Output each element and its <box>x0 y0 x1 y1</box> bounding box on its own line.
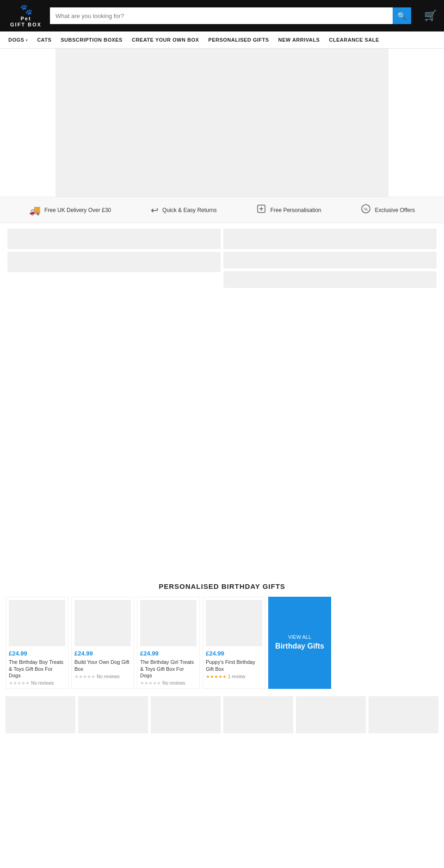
search-area: 🔍 <box>50 7 411 24</box>
category-card-4[interactable] <box>223 252 437 269</box>
returns-icon: ↩ <box>151 205 159 216</box>
main-nav: DOGS ‹ CATS SUBSCRIPTION BOXES CREATE YO… <box>0 31 444 49</box>
nav-item-subscription[interactable]: SUBSCRIPTION BOXES <box>56 31 127 48</box>
product-price-3: £24.99 <box>140 650 197 657</box>
feature-offers: % Exclusive Offers <box>361 204 414 216</box>
bottom-card-4[interactable] <box>223 696 293 733</box>
site-header: 🐾 Pet GIFT BOX 🔍 🛒 <box>0 0 444 31</box>
bottom-card-6[interactable] <box>369 696 438 733</box>
product-name-4: Puppy's First Birthday Gift Box <box>206 659 262 672</box>
bottom-cards <box>0 696 444 733</box>
search-button[interactable]: 🔍 <box>393 7 411 24</box>
product-image-3 <box>140 600 197 646</box>
feature-returns: ↩ Quick & Easy Returns <box>151 205 216 216</box>
star-icons-2: ★★★★★ <box>74 674 95 679</box>
search-icon: 🔍 <box>397 12 407 20</box>
features-bar: 🚚 Free UK Delivery Over £30 ↩ Quick & Ea… <box>0 197 444 223</box>
birthday-section: PERSONALISED BIRTHDAY GIFTS £24.99 The B… <box>0 571 444 696</box>
nav-item-dogs[interactable]: DOGS ‹ <box>4 31 32 48</box>
product-price-1: £24.99 <box>9 650 65 657</box>
feature-delivery: 🚚 Free UK Delivery Over £30 <box>29 205 111 216</box>
category-card-3[interactable] <box>7 252 221 272</box>
category-card-2[interactable] <box>223 229 437 249</box>
nav-item-create[interactable]: CREATE YOUR OWN BOX <box>127 31 204 48</box>
product-stars-3: ★★★★★ No reviews <box>140 681 197 686</box>
svg-text:%: % <box>364 207 368 212</box>
star-icons-3: ★★★★★ <box>140 681 161 686</box>
birthday-product-grid: £24.99 The Birthday Boy Treats & Toys Gi… <box>0 597 444 696</box>
star-icons-1: ★★★★★ <box>9 681 30 686</box>
product-image-2 <box>74 600 131 646</box>
star-icons-4: ★★★★★ <box>206 674 227 679</box>
product-name-2: Build Your Own Dog Gift Box <box>74 659 131 672</box>
paw-icon: 🐾 <box>20 4 32 16</box>
logo-text: Pet GIFT BOX <box>10 16 42 28</box>
personalisation-icon <box>256 204 266 216</box>
product-price-2: £24.99 <box>74 650 131 657</box>
product-image-4 <box>206 600 262 646</box>
nav-item-clearance[interactable]: CLEARANCE SALE <box>324 31 383 48</box>
product-reviews-1: No reviews <box>31 681 54 686</box>
view-all-title: Birthday Gifts <box>275 642 324 651</box>
feature-personalisation-label: Free Personalisation <box>270 207 321 213</box>
category-grid <box>0 223 444 293</box>
logo[interactable]: 🐾 Pet GIFT BOX <box>7 4 44 28</box>
feature-offers-label: Exclusive Offers <box>375 207 414 213</box>
nav-item-personalised[interactable]: PERSONALISED GIFTS <box>204 31 273 48</box>
product-reviews-4: 1 review <box>228 674 245 679</box>
bottom-card-2[interactable] <box>78 696 148 733</box>
delivery-icon: 🚚 <box>29 205 41 216</box>
product-price-4: £24.99 <box>206 650 262 657</box>
bottom-card-5[interactable] <box>296 696 366 733</box>
birthday-section-heading: PERSONALISED BIRTHDAY GIFTS <box>0 571 444 597</box>
product-name-1: The Birthday Boy Treats & Toys Gift Box … <box>9 659 65 679</box>
product-name-3: The Birthday Girl Treats & Toys Gift Box… <box>140 659 197 679</box>
feature-personalisation: Free Personalisation <box>256 204 321 216</box>
view-all-birthday-card[interactable]: VIEW ALL Birthday Gifts <box>268 597 331 689</box>
product-card-2[interactable]: £24.99 Build Your Own Dog Gift Box ★★★★★… <box>71 597 134 689</box>
product-stars-4: ★★★★★ 1 review <box>206 674 262 679</box>
product-reviews-3: No reviews <box>162 681 185 686</box>
promo-area <box>0 293 444 571</box>
product-card-3[interactable]: £24.99 The Birthday Girl Treats & Toys G… <box>137 597 200 689</box>
nav-item-cats[interactable]: CATS <box>32 31 56 48</box>
feature-returns-label: Quick & Easy Returns <box>162 207 216 213</box>
nav-item-new-arrivals[interactable]: NEW ARRIVALS <box>274 31 325 48</box>
category-card-5[interactable] <box>223 271 437 288</box>
category-card-1[interactable] <box>7 229 221 249</box>
product-card-4[interactable]: £24.99 Puppy's First Birthday Gift Box ★… <box>203 597 265 689</box>
product-image-1 <box>9 600 65 646</box>
product-stars-2: ★★★★★ No reviews <box>74 674 131 679</box>
product-stars-1: ★★★★★ No reviews <box>9 681 65 686</box>
offers-icon: % <box>361 204 371 216</box>
search-input[interactable] <box>50 7 393 24</box>
bottom-card-3[interactable] <box>151 696 221 733</box>
product-reviews-2: No reviews <box>97 674 119 679</box>
product-card-1[interactable]: £24.99 The Birthday Boy Treats & Toys Gi… <box>6 597 68 689</box>
feature-delivery-label: Free UK Delivery Over £30 <box>44 207 111 213</box>
hero-banner <box>56 49 388 197</box>
cart-icon[interactable]: 🛒 <box>424 10 437 22</box>
view-all-label: VIEW ALL <box>288 634 311 640</box>
bottom-card-1[interactable] <box>6 696 75 733</box>
